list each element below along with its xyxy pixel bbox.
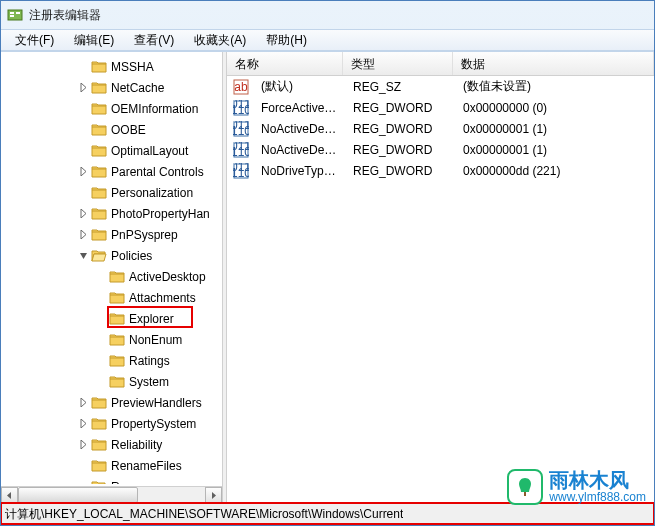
expand-toggle[interactable] [75, 227, 91, 243]
tree-node[interactable]: NetCache [1, 77, 222, 98]
cell-name: NoActiveDeskt... [253, 143, 345, 157]
status-path: 计算机\HKEY_LOCAL_MACHINE\SOFTWARE\Microsof… [5, 506, 403, 523]
column-type[interactable]: 类型 [343, 52, 453, 75]
folder-icon [109, 311, 125, 327]
svg-rect-2 [10, 15, 14, 17]
tree-label: Ratings [129, 354, 170, 368]
menu-view[interactable]: 查看(V) [124, 30, 184, 51]
expand-toggle[interactable] [75, 101, 91, 117]
expand-toggle[interactable] [75, 248, 91, 264]
binary-value-icon: 011110 [233, 121, 249, 137]
scroll-right-button[interactable] [205, 487, 222, 503]
regedit-icon [7, 7, 23, 23]
expand-toggle[interactable] [93, 269, 109, 285]
tree-node[interactable]: OptimalLayout [1, 140, 222, 161]
expand-toggle[interactable] [75, 458, 91, 474]
list-row[interactable]: 011110ForceActiveDe...REG_DWORD0x0000000… [227, 97, 654, 118]
expand-toggle[interactable] [75, 164, 91, 180]
tree-node[interactable]: Run [1, 476, 222, 484]
tree-node[interactable]: Policies [1, 245, 222, 266]
statusbar: 计算机\HKEY_LOCAL_MACHINE\SOFTWARE\Microsof… [1, 503, 654, 525]
folder-icon [91, 143, 107, 159]
cell-type: REG_DWORD [345, 143, 455, 157]
listview-body[interactable]: ab(默认)REG_SZ(数值未设置)011110ForceActiveDe..… [227, 76, 654, 503]
tree-label: Personalization [111, 186, 193, 200]
expand-toggle[interactable] [75, 395, 91, 411]
column-name[interactable]: 名称 [227, 52, 343, 75]
tree-node[interactable]: PhotoPropertyHan [1, 203, 222, 224]
menu-edit[interactable]: 编辑(E) [64, 30, 124, 51]
tree-node[interactable]: PreviewHandlers [1, 392, 222, 413]
tree-label: Attachments [129, 291, 196, 305]
binary-value-icon: 011110 [233, 100, 249, 116]
tree-node[interactable]: PropertySystem [1, 413, 222, 434]
tree-node[interactable]: OEMInformation [1, 98, 222, 119]
menubar: 文件(F) 编辑(E) 查看(V) 收藏夹(A) 帮助(H) [1, 29, 654, 51]
tree-node[interactable]: PnPSysprep [1, 224, 222, 245]
folder-icon [91, 227, 107, 243]
tree-node[interactable]: Ratings [1, 350, 222, 371]
folder-icon [91, 395, 107, 411]
tree-label: Reliability [111, 438, 162, 452]
expand-toggle[interactable] [75, 479, 91, 485]
expand-toggle[interactable] [93, 332, 109, 348]
scroll-thumb[interactable] [18, 487, 138, 503]
list-row[interactable]: 011110NoActiveDeskt...REG_DWORD0x0000000… [227, 118, 654, 139]
tree-panel: MSSHANetCacheOEMInformationOOBEOptimalLa… [1, 52, 223, 503]
expand-toggle[interactable] [75, 59, 91, 75]
listview-header: 名称 类型 数据 [227, 52, 654, 76]
list-row[interactable]: ab(默认)REG_SZ(数值未设置) [227, 76, 654, 97]
tree-node[interactable]: Reliability [1, 434, 222, 455]
menu-help[interactable]: 帮助(H) [256, 30, 317, 51]
string-value-icon: ab [233, 79, 249, 95]
tree-label: Policies [111, 249, 152, 263]
folder-icon [91, 206, 107, 222]
expand-toggle[interactable] [75, 185, 91, 201]
menu-favorites[interactable]: 收藏夹(A) [184, 30, 256, 51]
expand-toggle[interactable] [93, 290, 109, 306]
cell-name: ForceActiveDe... [253, 101, 345, 115]
tree-label: RenameFiles [111, 459, 182, 473]
folder-icon [91, 59, 107, 75]
menu-file[interactable]: 文件(F) [5, 30, 64, 51]
expand-toggle[interactable] [75, 80, 91, 96]
tree-node[interactable]: MSSHA [1, 56, 222, 77]
expand-toggle[interactable] [93, 374, 109, 390]
folder-icon [91, 479, 107, 485]
tree-node[interactable]: NonEnum [1, 329, 222, 350]
expand-toggle[interactable] [75, 206, 91, 222]
expand-toggle[interactable] [93, 353, 109, 369]
tree-label: NonEnum [129, 333, 182, 347]
expand-toggle[interactable] [75, 143, 91, 159]
list-row[interactable]: 011110NoDriveTypeA...REG_DWORD0x000000dd… [227, 160, 654, 181]
expand-toggle[interactable] [75, 122, 91, 138]
tree-node[interactable]: ActiveDesktop [1, 266, 222, 287]
titlebar[interactable]: 注册表编辑器 [1, 1, 654, 29]
expand-toggle[interactable] [75, 437, 91, 453]
tree-node[interactable]: Attachments [1, 287, 222, 308]
tree-node[interactable]: OOBE [1, 119, 222, 140]
expand-toggle[interactable] [93, 311, 109, 327]
scroll-left-button[interactable] [1, 487, 18, 503]
svg-text:110: 110 [233, 166, 249, 179]
tree-hscroll[interactable] [1, 486, 222, 503]
tree-node[interactable]: System [1, 371, 222, 392]
folder-icon [91, 437, 107, 453]
svg-rect-3 [16, 12, 20, 14]
tree-node[interactable]: RenameFiles [1, 455, 222, 476]
cell-data: (数值未设置) [455, 78, 654, 95]
tree-node[interactable]: Personalization [1, 182, 222, 203]
list-row[interactable]: 011110NoActiveDeskt...REG_DWORD0x0000000… [227, 139, 654, 160]
tree-node[interactable]: Explorer [1, 308, 222, 329]
tree-label: Parental Controls [111, 165, 204, 179]
column-data[interactable]: 数据 [453, 52, 654, 75]
tree-node[interactable]: Parental Controls [1, 161, 222, 182]
tree-label: NetCache [111, 81, 164, 95]
tree-label: Explorer [129, 312, 174, 326]
listview: 名称 类型 数据 ab(默认)REG_SZ(数值未设置)011110ForceA… [227, 52, 654, 503]
scroll-track[interactable] [18, 487, 205, 503]
tree-label: ActiveDesktop [129, 270, 206, 284]
expand-toggle[interactable] [75, 416, 91, 432]
svg-text:ab: ab [234, 80, 248, 94]
tree-list[interactable]: MSSHANetCacheOEMInformationOOBEOptimalLa… [1, 52, 222, 484]
